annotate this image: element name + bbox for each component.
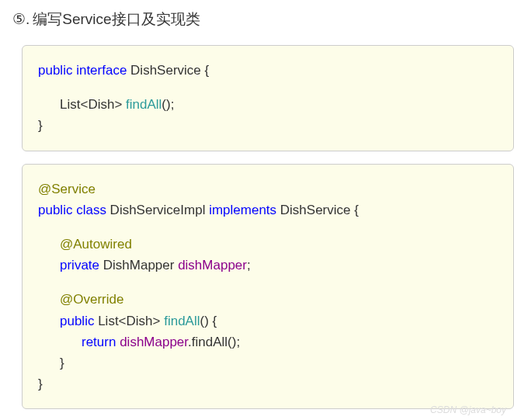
code-block-impl: @Service public class DishServiceImpl im… xyxy=(22,164,514,410)
keyword-class: class xyxy=(76,203,106,217)
section-heading: ⑤.编写Service接口及实现类 xyxy=(0,0,514,36)
heading-title: 编写Service接口及实现类 xyxy=(33,11,200,27)
brace-close: } xyxy=(38,377,43,391)
field-ref: dishMapper xyxy=(120,335,188,349)
blank-line xyxy=(38,220,498,234)
return-type: List<Dish> xyxy=(94,314,164,328)
interface-name: DishService { xyxy=(127,63,209,78)
keyword-public: public xyxy=(38,203,72,217)
keyword-public: public xyxy=(60,314,94,328)
code-line: public List<Dish> findAll() { xyxy=(38,311,498,331)
field-name: dishMapper xyxy=(178,258,247,272)
code-line: List<Dish> findAll(); xyxy=(38,94,498,115)
code-line: return dishMapper.findAll(); xyxy=(38,331,498,352)
code-line: @Override xyxy=(38,289,498,310)
code-line: @Service xyxy=(38,179,498,200)
code-line: @Autowired xyxy=(38,234,498,255)
keyword-private: private xyxy=(60,258,99,272)
return-type: List<Dish> xyxy=(60,97,126,112)
code-line: } xyxy=(38,373,498,394)
method-call: .findAll(); xyxy=(188,335,240,349)
step-number: ⑤. xyxy=(12,10,30,28)
field-type: DishMapper xyxy=(99,258,178,272)
blank-line xyxy=(38,81,498,94)
annotation-override: @Override xyxy=(60,292,123,307)
annotation-service: @Service xyxy=(38,182,96,196)
code-line: public interface DishService { xyxy=(38,60,498,81)
code-line: } xyxy=(38,352,498,373)
watermark: CSDN @java~boy xyxy=(430,404,506,415)
blank-line xyxy=(38,276,498,289)
keyword-public: public xyxy=(38,63,72,78)
code-block-interface: public interface DishService { List<Dish… xyxy=(22,45,514,151)
annotation-autowired: @Autowired xyxy=(60,237,132,252)
keyword-implements: implements xyxy=(209,203,276,217)
keyword-interface: interface xyxy=(76,63,127,78)
method-name: findAll xyxy=(126,97,161,112)
keyword-return: return xyxy=(82,335,116,349)
method-name: findAll xyxy=(164,314,200,328)
code-line: private DishMapper dishMapper; xyxy=(38,255,498,276)
brace-close: } xyxy=(60,356,64,370)
code-line: public class DishServiceImpl implements … xyxy=(38,200,498,220)
interface-ref: DishService { xyxy=(276,203,359,217)
code-line: } xyxy=(38,115,498,136)
brace-close: } xyxy=(38,118,43,133)
class-name: DishServiceImpl xyxy=(106,203,209,217)
